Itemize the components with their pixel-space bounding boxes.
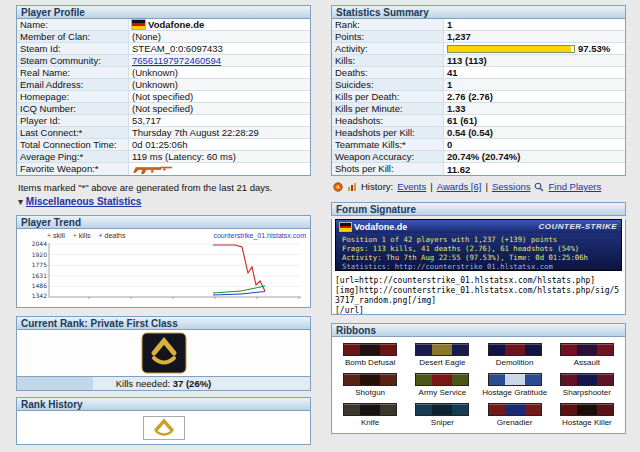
stats-label: Headshots per Kill: xyxy=(332,127,444,138)
ribbon-label: Knife xyxy=(334,418,406,427)
legend-kills-marker: + xyxy=(73,232,77,239)
activity-percent: 97.53% xyxy=(578,43,610,54)
stats-label: Deaths: xyxy=(332,67,444,78)
ribbon-label: Sniper xyxy=(406,418,478,427)
stats-row-teammate-kills: Teammate Kills:* 0 xyxy=(332,139,625,151)
stats-row-kills-per-death: Kills per Death: 2.76 (2.76) xyxy=(332,91,625,103)
ribbon-image xyxy=(343,343,397,356)
profile-value: (Not specified) xyxy=(129,91,310,102)
ribbons-panel: Ribbons Bomb Defusal Desert Eagle Demoli… xyxy=(331,323,626,434)
stats-value: 11.62 xyxy=(444,163,625,175)
history-events-link[interactable]: Events xyxy=(397,181,426,192)
ribbon-item: Desert Eagle xyxy=(406,343,478,367)
stats-value: 0 xyxy=(444,139,625,150)
kills-needed-label: Kills needed: xyxy=(116,378,170,389)
signature-bbcode-field[interactable]: [url=http://counterstrike_01.hlstatsx.co… xyxy=(332,274,625,314)
ribbon-item: Sniper xyxy=(406,403,478,427)
history-sessions-link[interactable]: Sessions xyxy=(492,181,531,192)
profile-label: Player Id: xyxy=(17,115,129,126)
profile-label: Member of Clan: xyxy=(17,31,129,42)
stats-label: Kills: xyxy=(332,55,444,66)
find-players-link[interactable]: Find Players xyxy=(548,181,601,192)
y-tick: 1631 xyxy=(32,272,47,279)
stats-row-deaths: Deaths: 41 xyxy=(332,67,625,79)
signature-line: Statistics: http://counterstrike_01.hlst… xyxy=(342,262,615,271)
profile-label: Email Address: xyxy=(17,79,129,90)
player-profile-header: Player Profile xyxy=(16,5,311,19)
profile-row-homepage: Homepage: (Not specified) xyxy=(17,91,310,103)
current-rank-body: Kills needed: 37 (26%) xyxy=(16,330,311,391)
stats-label: Headshots: xyxy=(332,115,444,126)
ribbon-item: Bomb Defusal xyxy=(334,343,406,367)
stats-value: 113 (113) xyxy=(444,55,625,66)
left-column: Player Profile Name: Vodafone.de Member … xyxy=(16,5,311,452)
stats-label: Points: xyxy=(332,31,444,42)
y-tick: 1486 xyxy=(32,282,47,289)
steam-community-link[interactable]: 76561197972460594 xyxy=(132,55,221,66)
profile-row-clan: Member of Clan: (None) xyxy=(17,31,310,43)
player-trend-chart: 2044 1920 1775 1631 1486 1342 xyxy=(19,239,308,305)
stats-value: 1.33 xyxy=(444,103,625,114)
misc-statistics-row: ▾ Miscellaneous Statistics xyxy=(16,194,311,209)
stats-row-kills: Kills: 113 (113) xyxy=(332,55,625,67)
profile-row-playerid: Player Id: 53,717 xyxy=(17,115,310,127)
profile-row-icq: ICQ Number: (Not specified) xyxy=(17,103,310,115)
current-rank-panel: Current Rank: Private First Class Kills … xyxy=(16,316,311,391)
profile-value: (Not specified) xyxy=(129,103,310,114)
ribbons-header: Ribbons xyxy=(331,323,626,337)
stats-value: 0.54 (0.54) xyxy=(444,127,625,138)
chart-legend: + skill + kills + deaths counterstrike_0… xyxy=(19,231,308,239)
y-tick: 1920 xyxy=(32,251,47,258)
pfc-insignia-icon xyxy=(140,332,188,374)
statistics-summary-panel: Statistics Summary Rank: 1 Points: 1,237… xyxy=(331,5,626,176)
legend-skill-marker: + xyxy=(47,232,51,239)
history-awards-link[interactable]: Awards [6] xyxy=(437,181,482,192)
separator: | xyxy=(430,181,432,192)
ribbon-label: Shotgun xyxy=(334,388,406,397)
chart-watermark: counterstrike_01.hlstatsx.com xyxy=(213,232,306,239)
history-row: History: Events | Awards [6] | Sessions … xyxy=(331,178,626,192)
ribbon-item: Army Service xyxy=(406,373,478,397)
stats-value: 20.74% (20.74%) xyxy=(444,151,625,162)
ribbon-label: Hostage Killer xyxy=(551,418,623,427)
statistics-summary-table: Rank: 1 Points: 1,237 Activity: 97.53% K… xyxy=(331,19,626,176)
ribbon-item: Shotgun xyxy=(334,373,406,397)
signature-banner: Vodafone.de COUNTER-STRIKE xyxy=(336,220,621,233)
legend-items: + skill + kills + deaths xyxy=(47,232,126,239)
counter-strike-logo: COUNTER-STRIKE xyxy=(538,222,617,231)
ak47-weapon-icon xyxy=(132,164,174,174)
stats-row-activity: Activity: 97.53% xyxy=(332,43,625,55)
misc-statistics-link[interactable]: Miscellaneous Statistics xyxy=(26,196,142,207)
profile-row-connection-time: Total Connection Time: 0d 01:25:06h xyxy=(17,139,310,151)
stats-label: Suicides: xyxy=(332,79,444,90)
profile-value xyxy=(129,163,310,175)
stats-label: Kills per Minute: xyxy=(332,103,444,114)
ribbon-item: Grenadier xyxy=(479,403,551,427)
signature-line: Position 1 of 42 players with 1,237 (+13… xyxy=(342,235,615,244)
ribbon-item: Assault xyxy=(551,343,623,367)
forum-signature-body: Vodafone.de COUNTER-STRIKE Position 1 of… xyxy=(331,219,626,315)
ribbon-item: Sharpshooter xyxy=(551,373,623,397)
profile-label: Last Connect:* xyxy=(17,127,129,138)
ribbon-item: Hostage Gratitude xyxy=(479,373,551,397)
legend-deaths-label: deaths xyxy=(104,232,125,239)
ribbon-image xyxy=(415,343,469,356)
profile-label: Total Connection Time: xyxy=(17,139,129,150)
profile-value: 76561197972460594 xyxy=(129,55,310,66)
ribbon-item: Hostage Killer xyxy=(551,403,623,427)
ribbon-image xyxy=(415,403,469,416)
signature-name-text: Vodafone.de xyxy=(354,222,407,232)
profile-row-email: Email Address: (Unknown) xyxy=(17,79,310,91)
stats-label: Weapon Accuracy: xyxy=(332,151,444,162)
rank-history-panel: Rank History xyxy=(16,397,311,445)
profile-row-realname: Real Name: (Unknown) xyxy=(17,67,310,79)
profile-value: Thursday 7th August 22:28:29 xyxy=(129,127,310,138)
rank-history-header: Rank History xyxy=(16,397,311,411)
stats-row-kills-per-minute: Kills per Minute: 1.33 xyxy=(332,103,625,115)
legend-skill-label: skill xyxy=(53,232,65,239)
stats-label: Shots per Kill: xyxy=(332,163,444,175)
profile-label: Real Name: xyxy=(17,67,129,78)
stats-row-headshots: Headshots: 61 (61) xyxy=(332,115,625,127)
player-trend-header: Player Trend xyxy=(16,215,311,229)
stats-row-headshots-per-kill: Headshots per Kill: 0.54 (0.54) xyxy=(332,127,625,139)
